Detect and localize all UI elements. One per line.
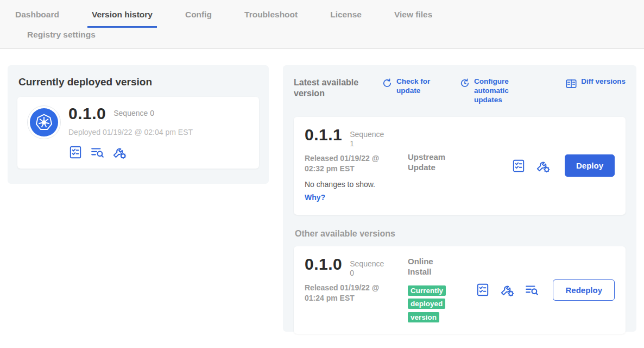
deployed-timestamp: Deployed 01/19/22 @ 02:04 pm EST xyxy=(68,128,193,136)
currently-deployed-badge: Currently deployed version xyxy=(408,285,446,323)
check-for-update-link[interactable]: Check for update xyxy=(382,77,432,105)
currently-deployed-title: Currently deployed version xyxy=(18,76,269,88)
nav-row-secondary: Registry settings xyxy=(0,28,644,48)
deploy-button[interactable]: Deploy xyxy=(565,154,615,177)
deployed-version-info: 0.1.0 Sequence 0 Deployed 01/19/22 @ 02:… xyxy=(68,105,193,160)
tab-view-files[interactable]: View files xyxy=(394,10,432,28)
preflight-checks-icon[interactable] xyxy=(512,159,526,173)
why-link[interactable]: Why? xyxy=(305,193,325,202)
other-released-timestamp: Released 01/19/22 @ 01:24 pm EST xyxy=(305,283,386,303)
view-logs-icon[interactable] xyxy=(525,283,539,297)
diff-icon xyxy=(565,77,577,92)
no-changes-text: No changes to show. xyxy=(305,180,408,189)
other-sequence-label: Sequence 0 xyxy=(350,259,384,278)
latest-sequence-label: Sequence 1 xyxy=(350,130,384,149)
top-nav: Dashboard Version history Config Trouble… xyxy=(0,0,644,49)
tab-version-history[interactable]: Version history xyxy=(87,10,157,28)
refresh-icon xyxy=(382,77,393,91)
redeploy-button[interactable]: Redeploy xyxy=(553,279,615,301)
edit-config-icon[interactable] xyxy=(112,145,127,160)
other-source-label: Online Install xyxy=(408,256,454,277)
nav-row-primary: Dashboard Version history Config Trouble… xyxy=(0,0,644,28)
deployed-sequence-label: Sequence 0 xyxy=(113,109,154,119)
latest-version-number: 0.1.1 xyxy=(305,127,342,143)
version-history-page: Dashboard Version history Config Trouble… xyxy=(0,0,644,348)
diff-versions-link[interactable]: Diff versions xyxy=(565,77,626,105)
auto-update-icon xyxy=(459,77,470,91)
version-actions: Check for update Configure automatic upd… xyxy=(382,77,626,105)
other-versions-title: Other available versions xyxy=(295,229,626,239)
edit-config-icon[interactable] xyxy=(500,282,515,297)
other-version-number: 0.1.0 xyxy=(305,256,342,272)
tab-troubleshoot[interactable]: Troubleshoot xyxy=(244,10,298,28)
kubernetes-icon xyxy=(27,105,61,139)
preflight-checks-icon[interactable] xyxy=(68,145,83,159)
latest-source-label: Upstream Update xyxy=(408,152,454,173)
currently-deployed-panel: Currently deployed version xyxy=(8,65,269,184)
latest-available-title: Latest available version xyxy=(294,77,369,99)
available-versions-panel: Latest available version Check for updat… xyxy=(283,65,636,332)
tab-license[interactable]: License xyxy=(330,10,362,28)
other-version-card: 0.1.0 Sequence 0 Released 01/19/22 @ 01:… xyxy=(294,246,626,334)
tab-registry-settings[interactable]: Registry settings xyxy=(27,30,96,47)
preflight-checks-icon[interactable] xyxy=(476,283,490,297)
tab-dashboard[interactable]: Dashboard xyxy=(15,10,59,28)
deployed-version-card: 0.1.0 Sequence 0 Deployed 01/19/22 @ 02:… xyxy=(17,97,259,169)
view-logs-icon[interactable] xyxy=(90,145,104,159)
deployed-version-number: 0.1.0 xyxy=(68,105,106,122)
latest-version-card: 0.1.1 Sequence 1 Released 01/19/22 @ 02:… xyxy=(294,117,626,215)
configure-auto-updates-link[interactable]: Configure automatic updates xyxy=(459,77,538,105)
latest-released-timestamp: Released 01/19/22 @ 02:32 pm EST xyxy=(305,153,386,174)
tab-config[interactable]: Config xyxy=(185,10,212,28)
edit-config-icon[interactable] xyxy=(535,158,551,173)
